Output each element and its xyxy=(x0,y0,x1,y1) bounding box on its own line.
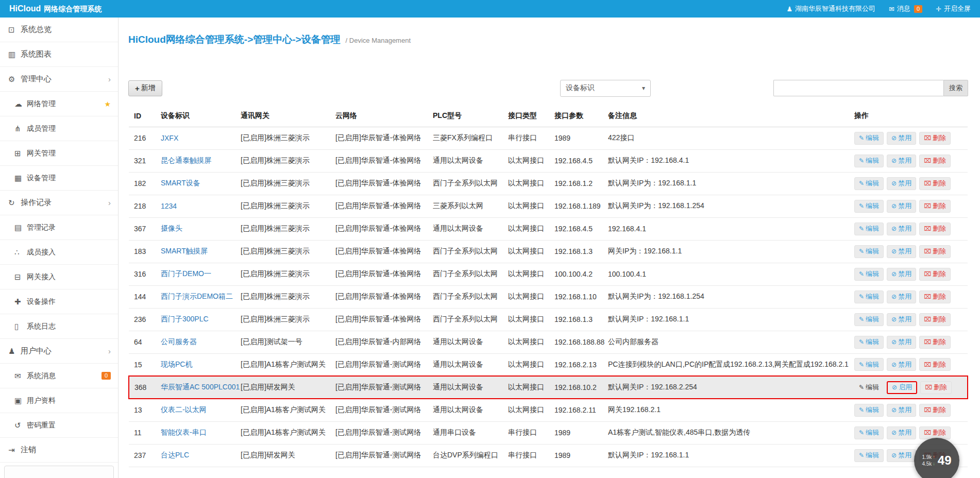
delete-button[interactable]: ⌧删除 xyxy=(919,404,951,417)
sidebar-item-overview[interactable]: ⊡系统总览 xyxy=(0,18,118,42)
enable-button[interactable]: ⊘启用 xyxy=(887,381,917,394)
sidebar-item-gateway-management[interactable]: ⊞网关管理 xyxy=(0,141,118,166)
usage-percent: 49 xyxy=(938,453,952,468)
device-link[interactable]: 西门子300PLC xyxy=(161,315,209,323)
disable-button[interactable]: ⊘禁用 xyxy=(887,291,916,303)
sidebar-item-device-management[interactable]: ▦设备管理 xyxy=(0,166,118,191)
disable-button[interactable]: ⊘禁用 xyxy=(887,177,916,190)
up-arrow-icon: ↑ xyxy=(933,454,935,460)
disable-button[interactable]: ⊘禁用 xyxy=(887,132,916,145)
edit-button[interactable]: ✎编辑 xyxy=(854,358,884,371)
delete-button[interactable]: ⌧删除 xyxy=(919,336,951,349)
device-link[interactable]: 摄像头 xyxy=(161,224,182,232)
cell-cloud: [已启用]华辰智通-测试网络 xyxy=(335,399,433,421)
delete-button[interactable]: ⌧删除 xyxy=(919,268,951,281)
cell-name: 昆仑通泰触摸屏 xyxy=(161,149,241,172)
delete-button[interactable]: ⌧删除 xyxy=(919,426,951,439)
device-link[interactable]: SMART触摸屏 xyxy=(161,247,208,255)
search-input[interactable] xyxy=(773,80,943,96)
device-link[interactable]: 台达PLC xyxy=(161,451,189,459)
fullscreen-button[interactable]: ✛ 开启全屏 xyxy=(936,4,971,13)
company-menu[interactable]: ♟ 湖南华辰智通科技有限公司 xyxy=(786,4,875,13)
messages-link[interactable]: ✉ 消息 0 xyxy=(889,4,922,13)
disable-button[interactable]: ⊘禁用 xyxy=(887,426,916,439)
disable-button[interactable]: ⊘禁用 xyxy=(887,358,916,371)
disable-button[interactable]: ⊘禁用 xyxy=(887,404,916,417)
sidebar-item-password-reset[interactable]: ↺密码重置 xyxy=(0,413,118,438)
sidebar-item-management-records[interactable]: ▤管理记录 xyxy=(0,215,118,240)
delete-button[interactable]: ⌧删除 xyxy=(920,381,952,394)
device-link[interactable]: 西门子演示DEMO箱二 xyxy=(161,292,233,300)
delete-button[interactable]: ⌧删除 xyxy=(919,245,951,258)
edit-button[interactable]: ✎编辑 xyxy=(854,155,884,167)
field-select[interactable]: 设备标识 ▾ xyxy=(560,80,651,97)
sidebar-item-operation-records[interactable]: ↻操作记录› xyxy=(0,191,118,215)
edit-button[interactable]: ✎编辑 xyxy=(854,426,884,439)
delete-icon: ⌧ xyxy=(924,248,931,255)
edit-button[interactable]: ✎编辑 xyxy=(854,381,884,394)
delete-button[interactable]: ⌧删除 xyxy=(919,155,951,167)
sidebar-item-system-messages[interactable]: ✉系统消息0 xyxy=(0,364,118,388)
delete-button[interactable]: ⌧删除 xyxy=(919,313,951,326)
edit-button[interactable]: ✎编辑 xyxy=(854,404,884,417)
disable-button[interactable]: ⊘禁用 xyxy=(887,449,916,462)
add-button-label: 新增 xyxy=(141,83,156,93)
edit-button[interactable]: ✎编辑 xyxy=(854,223,884,235)
disable-button[interactable]: ⊘禁用 xyxy=(887,155,916,167)
device-link[interactable]: 现场PC机 xyxy=(161,360,192,368)
delete-button[interactable]: ⌧删除 xyxy=(919,132,951,145)
delete-button[interactable]: ⌧删除 xyxy=(919,177,951,190)
device-link[interactable]: 智能仪表-串口 xyxy=(161,428,207,436)
edit-button[interactable]: ✎编辑 xyxy=(854,336,884,349)
device-link[interactable]: 昆仑通泰触摸屏 xyxy=(161,156,211,164)
edit-button[interactable]: ✎编辑 xyxy=(854,177,884,190)
sidebar-item-member-management[interactable]: ⋔成员管理 xyxy=(0,116,118,141)
cell-iface: 串行接口 xyxy=(508,421,554,444)
cell-remark: 默认网关IP为：192.168.1.254 xyxy=(608,285,854,308)
disable-button[interactable]: ⊘禁用 xyxy=(887,223,916,235)
cell-remark: 192.168.4.1 xyxy=(608,217,854,240)
disable-button[interactable]: ⊘禁用 xyxy=(887,336,916,349)
device-link[interactable]: SMART设备 xyxy=(161,179,200,187)
device-table: ID设备标识通讯网关云网络PLC型号接口类型接口参数备注信息操作 216JXFX… xyxy=(128,105,968,467)
edit-button[interactable]: ✎编辑 xyxy=(854,291,884,303)
device-link[interactable]: 1234 xyxy=(161,202,177,210)
edit-button[interactable]: ✎编辑 xyxy=(854,132,884,145)
disable-button[interactable]: ⊘禁用 xyxy=(887,245,916,258)
edit-button[interactable]: ✎编辑 xyxy=(854,313,884,326)
edit-button[interactable]: ✎编辑 xyxy=(854,268,884,281)
sidebar-item-user-profile[interactable]: ▣用户资料 xyxy=(0,388,118,413)
delete-button[interactable]: ⌧删除 xyxy=(919,358,951,371)
device-link[interactable]: 西门子DEMO一 xyxy=(161,269,211,278)
sidebar-item-device-operations[interactable]: ✚设备操作 xyxy=(0,289,118,314)
device-link[interactable]: 公司服务器 xyxy=(161,337,197,346)
edit-button[interactable]: ✎编辑 xyxy=(854,200,884,213)
sidebar-item-network-management[interactable]: ☁网络管理★ xyxy=(0,92,118,116)
op-button-label: 删除 xyxy=(933,337,946,347)
speed-monitor-widget[interactable]: 1.9k ↑ 4.5k ↓ 49 xyxy=(914,438,959,478)
device-link[interactable]: 仪表二-以太网 xyxy=(161,405,207,414)
device-link[interactable]: JXFX xyxy=(161,134,178,142)
edit-button[interactable]: ✎编辑 xyxy=(854,245,884,258)
sidebar-item-label: 系统总览 xyxy=(21,25,52,35)
delete-button[interactable]: ⌧删除 xyxy=(919,291,951,303)
delete-button[interactable]: ⌧删除 xyxy=(919,223,951,235)
sidebar-item-management-center[interactable]: ⚙管理中心› xyxy=(0,67,118,92)
search-button[interactable]: 搜索 xyxy=(943,80,968,96)
disable-button[interactable]: ⊘禁用 xyxy=(887,313,916,326)
sidebar-item-gateway-access[interactable]: ⊟网关接入 xyxy=(0,265,118,289)
sidebar-item-system-logs[interactable]: ▯系统日志 xyxy=(0,314,118,339)
sidebar-item-user-center[interactable]: ♟用户中心› xyxy=(0,339,118,364)
sidebar-item-charts[interactable]: ▥系统图表 xyxy=(0,42,118,67)
table-row: 144西门子演示DEMO箱二[已启用]株洲三菱演示[已启用]华辰智通-体验网络西… xyxy=(129,285,968,308)
sidebar-item-logout[interactable]: ⇥注销 xyxy=(0,438,118,463)
sidebar-item-member-access[interactable]: ∴成员接入 xyxy=(0,240,118,265)
op-button-label: 编辑 xyxy=(866,133,879,143)
device-link[interactable]: 华辰智通AC 500PLC001 xyxy=(161,383,240,391)
add-button[interactable]: + 新增 xyxy=(128,80,162,96)
edit-button[interactable]: ✎编辑 xyxy=(854,449,884,462)
delete-button[interactable]: ⌧删除 xyxy=(919,200,951,213)
table-row: 64公司服务器[已启用]测试架一号[已启用]华辰智通-内部网络通用以太网设备以太… xyxy=(129,331,968,353)
disable-button[interactable]: ⊘禁用 xyxy=(887,200,916,213)
disable-button[interactable]: ⊘禁用 xyxy=(887,268,916,281)
